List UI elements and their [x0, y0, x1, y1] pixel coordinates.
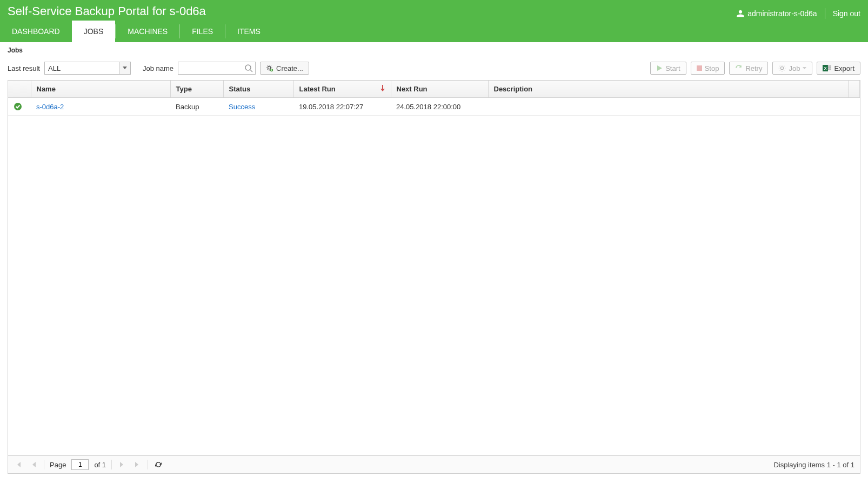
col-name[interactable]: Name	[31, 81, 170, 98]
col-type[interactable]: Type	[170, 81, 223, 98]
refresh-button[interactable]	[153, 460, 163, 469]
job-name-link[interactable]: s-0d6a-2	[36, 103, 64, 111]
gear-plus-icon	[266, 64, 273, 72]
stop-button[interactable]: Stop	[691, 62, 725, 75]
stop-label: Stop	[705, 64, 719, 72]
tab-dashboard[interactable]: DASHBOARD	[0, 21, 72, 42]
create-label: Create...	[276, 64, 303, 72]
chevron-down-icon	[119, 62, 130, 74]
col-scrollbar-spacer	[849, 81, 860, 98]
table-row[interactable]: s-0d6a-2 Backup Success 19.05.2018 22:07…	[8, 98, 860, 116]
start-button[interactable]: Start	[650, 62, 686, 75]
page-title: Self-Service Backup Portal for s-0d6a	[8, 4, 206, 18]
svg-point-2	[268, 67, 271, 69]
retry-button[interactable]: Retry	[729, 62, 768, 75]
job-label: Job	[789, 64, 800, 72]
user-menu[interactable]: administrator-s-0d6a	[737, 9, 817, 18]
separator	[111, 460, 112, 469]
job-name-search[interactable]	[178, 62, 256, 75]
last-result-value: ALL	[48, 64, 61, 72]
job-menu-button[interactable]: Job	[772, 62, 812, 75]
last-result-combo[interactable]: ALL	[44, 62, 131, 75]
search-icon	[244, 64, 253, 72]
export-label: Export	[834, 64, 854, 72]
col-status[interactable]: Status	[223, 81, 293, 98]
separator	[148, 460, 148, 469]
col-description[interactable]: Description	[488, 81, 849, 98]
col-latest-run[interactable]: Latest Run	[293, 81, 391, 98]
pager-info: Displaying items 1 - 1 of 1	[773, 461, 854, 469]
svg-rect-4	[697, 65, 702, 71]
page-input[interactable]	[71, 459, 89, 470]
pager: Page of 1 Displaying items 1 - 1 of 1	[8, 455, 860, 473]
job-name-input[interactable]	[178, 62, 255, 74]
job-status-link[interactable]: Success	[229, 103, 255, 111]
start-label: Start	[665, 64, 680, 72]
svg-rect-10	[828, 69, 831, 70]
first-page-button[interactable]	[14, 460, 23, 469]
svg-rect-9	[828, 67, 831, 68]
excel-icon: X	[823, 64, 831, 72]
tab-items[interactable]: ITEMS	[225, 21, 272, 42]
job-next-run: 24.05.2018 22:00:00	[396, 103, 460, 111]
svg-rect-8	[828, 65, 831, 67]
user-icon	[737, 10, 744, 17]
sort-desc-icon	[380, 85, 385, 91]
tab-files[interactable]: FILES	[180, 21, 225, 42]
play-icon	[656, 65, 663, 71]
col-status-indicator[interactable]	[8, 81, 31, 98]
separator	[44, 460, 44, 469]
job-latest-run: 19.05.2018 22:07:27	[299, 103, 363, 111]
chevron-down-icon	[803, 67, 806, 70]
app-header: Self-Service Backup Portal for s-0d6a ad…	[0, 0, 868, 42]
stop-icon	[697, 65, 702, 71]
svg-text:X: X	[824, 67, 827, 70]
tab-machines[interactable]: MACHINES	[116, 21, 179, 42]
svg-line-1	[250, 70, 252, 72]
divider	[825, 8, 825, 19]
page-label: Page	[50, 461, 66, 469]
main-tabs: DASHBOARD JOBS MACHINES FILES ITEMS	[0, 21, 868, 42]
jobs-grid: Name Type Status Latest Run Next Run Des…	[8, 80, 860, 474]
last-result-label: Last result	[8, 64, 40, 72]
toolbar: Last result ALL Job name Create... Start…	[0, 58, 868, 80]
svg-point-0	[245, 65, 251, 70]
next-page-button[interactable]	[117, 460, 127, 469]
job-name-label: Job name	[143, 64, 173, 72]
breadcrumb: Jobs	[0, 42, 868, 58]
last-page-button[interactable]	[132, 460, 142, 469]
svg-point-5	[781, 67, 784, 69]
retry-label: Retry	[745, 64, 762, 72]
success-icon	[14, 102, 22, 111]
user-name: administrator-s-0d6a	[747, 9, 817, 18]
export-button[interactable]: X Export	[817, 62, 860, 75]
job-type: Backup	[176, 103, 199, 111]
prev-page-button[interactable]	[29, 460, 38, 469]
page-of: of 1	[94, 461, 106, 469]
create-button[interactable]: Create...	[260, 62, 309, 75]
retry-icon	[735, 65, 743, 71]
col-next-run[interactable]: Next Run	[391, 81, 488, 98]
sign-out-link[interactable]: Sign out	[833, 9, 860, 18]
tab-jobs[interactable]: JOBS	[72, 21, 116, 42]
gear-icon	[778, 64, 786, 72]
